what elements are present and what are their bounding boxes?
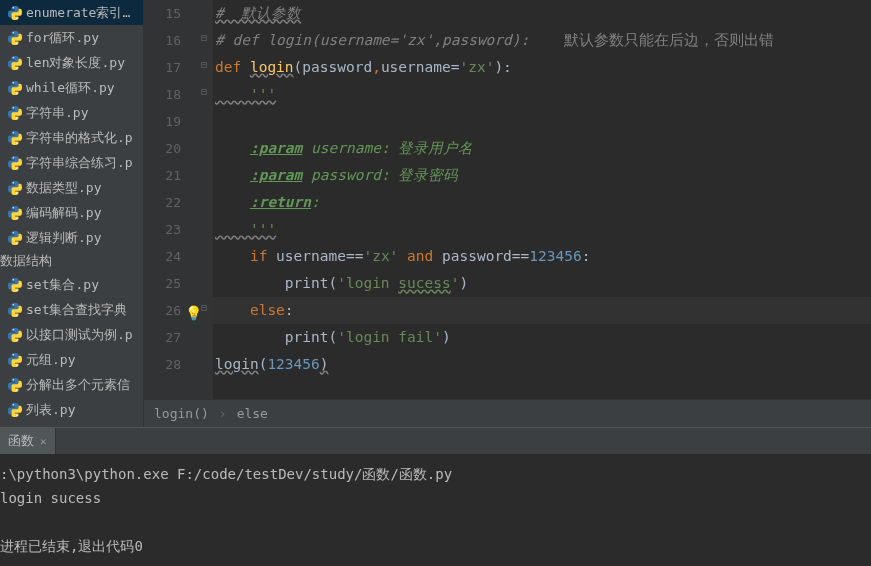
python-file-icon — [8, 378, 22, 392]
fold-marker-icon[interactable]: ⊟ — [201, 86, 207, 97]
file-item[interactable]: for循环.py — [0, 25, 143, 50]
python-file-icon — [8, 31, 22, 45]
python-file-icon — [8, 278, 22, 292]
breadcrumb-item[interactable]: else — [237, 406, 268, 421]
code-text: 123456 — [267, 356, 319, 372]
file-label: enumerate索引… — [26, 4, 130, 22]
svg-point-27 — [16, 364, 17, 365]
line-number: 24 — [144, 243, 181, 270]
code-text: (password — [294, 59, 373, 75]
project-sidebar[interactable]: enumerate索引… for循环.py len对象长度.py while循环… — [0, 0, 144, 427]
file-label: 编码解码.py — [26, 204, 101, 222]
code-text: 'login fail' — [337, 329, 442, 345]
chevron-right-icon: › — [219, 406, 227, 421]
line-number: 17 — [144, 54, 181, 81]
code-text: print( — [215, 275, 337, 291]
svg-point-2 — [13, 32, 14, 33]
file-item[interactable]: enumerate索引… — [0, 0, 143, 25]
code-text: 'login — [337, 275, 398, 291]
file-item[interactable]: 分解出多个元素信 — [0, 372, 143, 397]
fold-column[interactable]: ⊟ ⊟ ⊟ ⊟ — [199, 0, 213, 399]
python-file-icon — [8, 303, 22, 317]
line-number: 16 — [144, 27, 181, 54]
code-editor[interactable]: 15 16 17 18 19 20 21 22 23 24 25 26 27 2… — [144, 0, 871, 427]
file-label: 字符串.py — [26, 104, 88, 122]
code-text: else — [215, 302, 285, 318]
code-text: username: — [302, 140, 398, 156]
python-file-icon — [8, 6, 22, 20]
console-exit: 进程已结束,退出代码0 — [0, 534, 871, 558]
file-label: for循环.py — [26, 29, 99, 47]
code-text: if — [215, 248, 276, 264]
svg-point-16 — [13, 207, 14, 208]
line-number: 19 — [144, 108, 181, 135]
console-tabs[interactable]: 函数 ✕ — [0, 428, 871, 454]
code-text: : — [285, 302, 294, 318]
code-text: and — [398, 248, 442, 264]
fold-marker-icon[interactable]: ⊟ — [201, 32, 207, 43]
line-number: 26 — [144, 297, 181, 324]
code-text: :param — [250, 140, 302, 156]
code-text: 默认参数只能在后边，否则出错 — [564, 32, 774, 48]
file-item[interactable]: 数据类型.py — [0, 175, 143, 200]
run-console: 函数 ✕ :\python3\python.exe F:/code/testDe… — [0, 427, 871, 566]
file-item[interactable]: 列表.py — [0, 397, 143, 422]
file-label: 数据类型.py — [26, 179, 101, 197]
line-number-gutter[interactable]: 15 16 17 18 19 20 21 22 23 24 25 26 27 2… — [144, 0, 199, 399]
breadcrumb[interactable]: login() › else — [144, 399, 871, 427]
code-text: ): — [494, 59, 511, 75]
file-label: 字符串综合练习.p — [26, 154, 133, 172]
code-text: ) — [442, 329, 451, 345]
file-item[interactable]: 字符串.py — [0, 100, 143, 125]
line-number: 23 — [144, 216, 181, 243]
file-label: len对象长度.py — [26, 54, 125, 72]
svg-point-29 — [16, 389, 17, 390]
file-item[interactable]: len对象长度.py — [0, 50, 143, 75]
fold-marker-icon[interactable]: ⊟ — [201, 59, 207, 70]
svg-point-31 — [16, 414, 17, 415]
code-content[interactable]: # 默认参数 # def login(username='zx',passwor… — [213, 0, 871, 399]
console-output[interactable]: :\python3\python.exe F:/code/testDev/stu… — [0, 454, 871, 566]
code-text: password: — [302, 167, 398, 183]
line-number: 22 — [144, 189, 181, 216]
file-item[interactable]: 逻辑判断.py — [0, 225, 143, 250]
python-file-icon — [8, 231, 22, 245]
python-file-icon — [8, 206, 22, 220]
svg-point-9 — [16, 117, 17, 118]
code-text — [215, 194, 250, 210]
file-item[interactable]: 以接口测试为例.p — [0, 322, 143, 347]
code-text: : — [582, 248, 591, 264]
svg-point-17 — [16, 217, 17, 218]
code-text: login — [250, 59, 294, 75]
line-number: 18 — [144, 81, 181, 108]
code-text: login — [215, 356, 259, 372]
file-item[interactable]: set集合查找字典 — [0, 297, 143, 322]
code-text: 'zx' — [459, 59, 494, 75]
file-label: set集合.py — [26, 276, 99, 294]
folder-item[interactable]: 数据结构 — [0, 250, 143, 272]
svg-point-3 — [16, 42, 17, 43]
file-item[interactable]: 字符串综合练习.p — [0, 150, 143, 175]
lightbulb-icon[interactable]: 💡 — [185, 300, 202, 327]
python-file-icon — [8, 56, 22, 70]
file-item[interactable]: while循环.py — [0, 75, 143, 100]
console-tab[interactable]: 函数 ✕ — [0, 428, 56, 454]
svg-point-21 — [16, 289, 17, 290]
code-text: 'zx' — [363, 248, 398, 264]
code-text: password== — [442, 248, 529, 264]
breadcrumb-item[interactable]: login() — [154, 406, 209, 421]
file-item[interactable]: 字符串的格式化.p — [0, 125, 143, 150]
svg-point-18 — [13, 232, 14, 233]
file-label: 元组.py — [26, 351, 75, 369]
svg-point-20 — [13, 279, 14, 280]
file-label: while循环.py — [26, 79, 115, 97]
file-item[interactable]: 编码解码.py — [0, 200, 143, 225]
close-icon[interactable]: ✕ — [40, 435, 47, 448]
code-text: ) — [320, 356, 329, 372]
file-item[interactable]: set集合.py — [0, 272, 143, 297]
file-item[interactable]: 元组.py — [0, 347, 143, 372]
python-file-icon — [8, 156, 22, 170]
line-number: 20 — [144, 135, 181, 162]
console-stdout: login sucess — [0, 486, 871, 510]
python-file-icon — [8, 403, 22, 417]
